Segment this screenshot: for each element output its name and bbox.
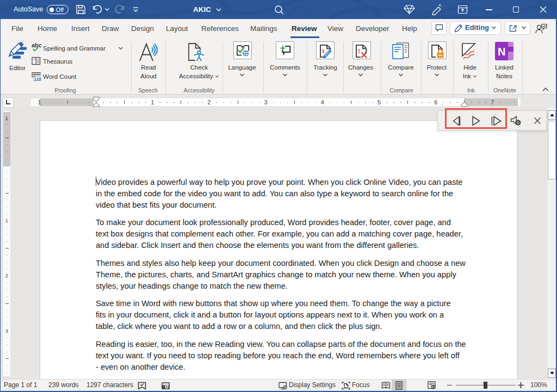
svg-text:N: N: [498, 46, 505, 58]
svg-text:123: 123: [34, 77, 41, 82]
